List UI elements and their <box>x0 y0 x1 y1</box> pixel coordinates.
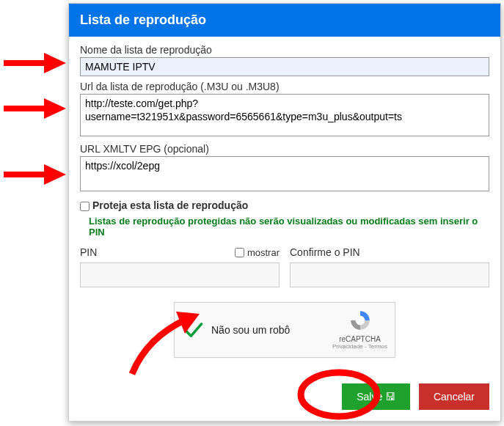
pin-input[interactable] <box>80 262 280 287</box>
protect-hint: Listas de reprodução protegidas não serã… <box>89 216 489 238</box>
name-label: Nome da lista de reprodução <box>80 44 489 56</box>
url-label: Url da lista de reprodução (.M3U ou .M3U… <box>80 81 489 92</box>
recaptcha-links[interactable]: Privacidade - Termos <box>332 343 387 350</box>
epg-group: URL XMLTV EPG (opcional) https://xcol/2e… <box>80 143 489 194</box>
name-input[interactable] <box>80 57 489 76</box>
pin-col: PIN mostrar <box>80 245 280 287</box>
epg-label: URL XMLTV EPG (opcional) <box>80 143 489 155</box>
recaptcha-brand: reCAPTCHA <box>332 335 387 343</box>
confirm-pin-col: Confirme o PIN <box>290 245 489 287</box>
recaptcha-logo: reCAPTCHA Privacidade - Termos <box>332 309 387 350</box>
recaptcha-checkmark-icon <box>183 320 204 340</box>
modal-header: Lista de reprodução <box>69 4 500 37</box>
pin-label: PIN <box>80 246 97 258</box>
protect-label: Proteja esta lista de reprodução <box>92 199 248 211</box>
cancel-button[interactable]: Cancelar <box>419 383 489 410</box>
confirm-pin-input[interactable] <box>290 262 489 287</box>
recaptcha-text: Não sou um robô <box>211 324 290 336</box>
show-pin-label: mostrar <box>247 247 280 258</box>
show-pin-checkbox[interactable] <box>235 248 244 257</box>
confirm-pin-label: Confirme o PIN <box>290 246 360 258</box>
playlist-modal: Lista de reprodução Nome da lista de rep… <box>68 3 501 422</box>
epg-input[interactable]: https://xcol/2epg <box>80 156 489 191</box>
url-group: Url da lista de reprodução (.M3U ou .M3U… <box>80 81 489 139</box>
modal-footer: Salve 🖫 Cancelar <box>69 372 500 421</box>
url-input[interactable]: http://teste.com/get.php?username=t32195… <box>80 94 489 136</box>
modal-body: Nome da lista de reprodução Url da lista… <box>69 37 500 372</box>
name-group: Nome da lista de reprodução <box>80 44 489 76</box>
protect-row: Proteja esta lista de reprodução <box>80 199 489 211</box>
protect-checkbox[interactable] <box>80 202 90 211</box>
recaptcha-icon <box>348 309 372 332</box>
modal-title: Lista de reprodução <box>80 12 206 27</box>
pin-row: PIN mostrar Confirme o PIN <box>80 245 489 287</box>
recaptcha-widget[interactable]: Não sou um robô reCAPTCHA Privacidade - … <box>174 302 395 358</box>
save-button[interactable]: Salve 🖫 <box>342 383 410 410</box>
